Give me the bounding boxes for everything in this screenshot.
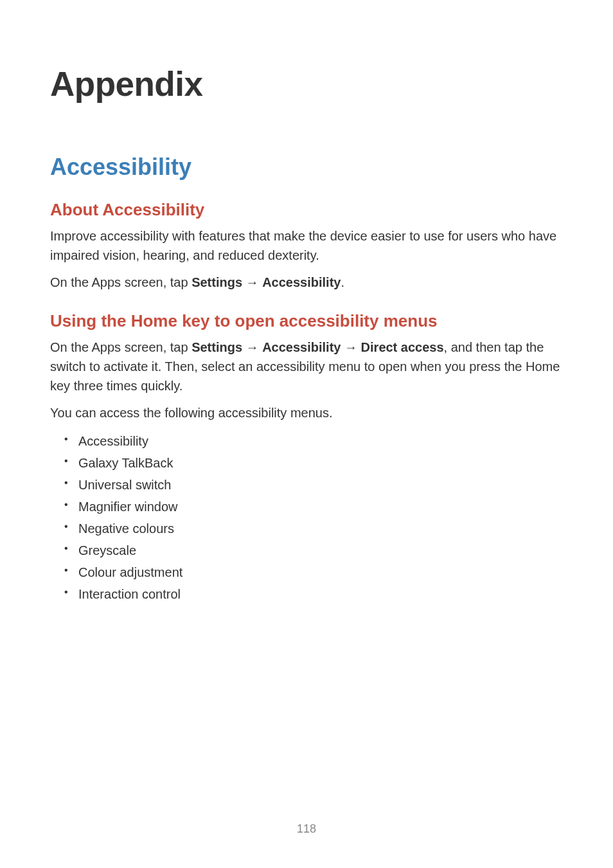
list-item: Universal switch <box>68 474 563 496</box>
paragraph-about-2: On the Apps screen, tap Settings → Acces… <box>50 273 563 292</box>
arrow-icon: → <box>242 275 262 289</box>
bold-settings: Settings <box>191 340 242 354</box>
list-item: Galaxy TalkBack <box>68 452 563 474</box>
list-item: Interaction control <box>68 583 563 605</box>
paragraph-about-1: Improve accessibility with features that… <box>50 226 563 265</box>
paragraph-homekey-1: On the Apps screen, tap Settings → Acces… <box>50 338 563 395</box>
arrow-icon: → <box>341 340 360 354</box>
list-item: Accessibility <box>68 430 563 452</box>
subsection-about-accessibility: About Accessibility <box>50 200 563 220</box>
text-fragment: . <box>341 275 344 289</box>
list-item: Negative colours <box>68 518 563 539</box>
text-fragment: On the Apps screen, tap <box>50 340 191 354</box>
arrow-icon: → <box>242 340 262 354</box>
list-item: Colour adjustment <box>68 561 563 583</box>
accessibility-menu-list: Accessibility Galaxy TalkBack Universal … <box>50 430 563 605</box>
subsection-home-key: Using the Home key to open accessibility… <box>50 311 563 331</box>
bold-direct-access: Direct access <box>361 340 444 354</box>
list-item: Magnifier window <box>68 496 563 518</box>
list-item: Greyscale <box>68 539 563 561</box>
bold-accessibility: Accessibility <box>262 340 341 354</box>
bold-settings: Settings <box>191 275 242 289</box>
page-number: 118 <box>297 822 316 836</box>
paragraph-homekey-2: You can access the following accessibili… <box>50 403 563 422</box>
text-fragment: On the Apps screen, tap <box>50 275 191 289</box>
section-title: Accessibility <box>50 154 563 181</box>
chapter-title: Appendix <box>50 64 563 104</box>
bold-accessibility: Accessibility <box>262 275 341 289</box>
